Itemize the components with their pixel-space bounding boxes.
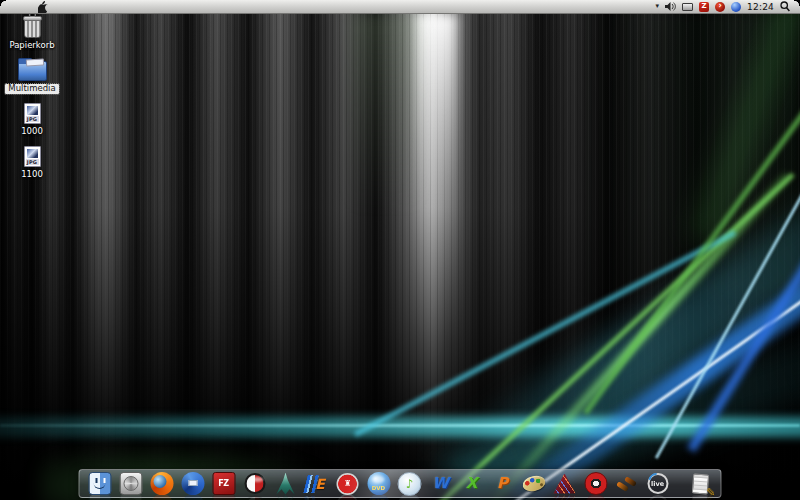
music-note-icon: ♪ <box>398 472 422 496</box>
dock-item-red-pyramid[interactable] <box>553 472 577 496</box>
desktop-wallpaper <box>0 13 800 500</box>
file-type-badge: JPG <box>26 159 39 165</box>
e-glyph: E <box>315 477 325 491</box>
desktop-icon-file-1100[interactable]: JPG 1100 <box>2 144 62 180</box>
paint-palette-icon <box>521 473 547 493</box>
desktop-icon-trash[interactable]: Papierkorb <box>2 14 62 51</box>
folder-icon <box>18 61 47 81</box>
dock-item-paint-palette[interactable] <box>522 472 546 496</box>
desktop-icon-label-selected: Multimedia <box>5 84 58 94</box>
volume-icon[interactable] <box>665 2 676 11</box>
live-glyph: live <box>649 481 666 488</box>
display-icon[interactable] <box>682 3 693 11</box>
desktop-screen: ▾ Z › 12:24 Papierkorb Multimedia JPG <box>0 0 800 500</box>
dock-item-sandals[interactable] <box>615 472 639 496</box>
red-pyramid-icon <box>554 474 576 494</box>
thunderbird-icon <box>181 472 204 495</box>
apple-logo-icon <box>38 1 48 13</box>
menu-bar: ▾ Z › 12:24 <box>0 0 800 14</box>
dock-item-music-player[interactable]: ♪ <box>398 472 422 496</box>
firefox-icon <box>150 472 173 495</box>
aurora-streak <box>0 424 800 427</box>
dock-item-firefox[interactable] <box>150 472 174 496</box>
desktop-icon-label: 1100 <box>21 170 43 180</box>
menu-bar-clock[interactable]: 12:24 <box>747 2 774 12</box>
dock-item-red-white-sphere[interactable] <box>243 472 267 496</box>
dock-item-word[interactable]: W <box>429 472 453 496</box>
e-logo-icon: E <box>305 473 329 495</box>
red-roundel-icon <box>584 472 607 495</box>
filezilla-icon: FZ <box>212 472 235 495</box>
jpeg-file-icon: JPG <box>24 103 41 124</box>
apple-menu-button[interactable] <box>38 1 48 13</box>
blue-sphere-icon[interactable] <box>731 2 741 12</box>
dock-item-red-castle[interactable]: ♜ <box>336 472 360 496</box>
desktop-icon-label: 1000 <box>21 127 43 137</box>
red-castle-badge-icon: ♜ <box>337 473 359 495</box>
gear-icon <box>119 472 142 495</box>
dock-item-excel[interactable]: X <box>460 472 484 496</box>
dock-item-text-editor[interactable]: ✎ <box>689 472 713 496</box>
dock-item-red-roundel[interactable] <box>584 472 608 496</box>
spotlight-search-icon[interactable] <box>780 1 790 12</box>
finder-icon <box>88 472 111 495</box>
dropdown-arrow-icon[interactable]: ▾ <box>656 3 660 10</box>
sandals-icon <box>615 473 639 495</box>
live-ring-icon: live <box>647 473 668 494</box>
dock-item-dvd-player[interactable]: DVD <box>367 472 391 496</box>
dvd-glyph: DVD <box>367 486 390 492</box>
file-type-badge: JPG <box>26 116 39 122</box>
red-z-badge-icon[interactable]: Z <box>699 2 709 12</box>
powerpoint-icon: P <box>497 476 508 491</box>
dock-item-green-tower[interactable] <box>274 472 298 496</box>
red-arrow-badge-icon[interactable]: › <box>715 2 725 12</box>
green-tower-icon <box>276 473 296 495</box>
dock: FZ E ♜ DVD ♪ W X P live ✎ <box>79 469 722 498</box>
dock-item-filezilla[interactable]: FZ <box>212 472 236 496</box>
dock-item-finder[interactable] <box>88 472 112 496</box>
aurora-streak <box>0 417 800 437</box>
dock-item-file-manager[interactable] <box>119 472 143 496</box>
desktop-icon-file-1000[interactable]: JPG 1000 <box>2 101 62 137</box>
system-tray: ▾ Z › 12:24 <box>656 1 800 12</box>
red-white-sphere-icon <box>244 473 265 494</box>
dock-item-e-logo[interactable]: E <box>305 472 329 496</box>
screen-corner <box>0 0 6 6</box>
word-icon: W <box>432 476 449 491</box>
trash-icon <box>24 19 41 38</box>
dock-item-powerpoint[interactable]: P <box>491 472 515 496</box>
dock-item-thunderbird[interactable] <box>181 472 205 496</box>
pencil-icon: ✎ <box>706 487 715 498</box>
desktop-icon-multimedia-folder[interactable]: Multimedia <box>2 57 62 94</box>
jpeg-file-icon: JPG <box>24 146 41 167</box>
screen-corner <box>794 0 800 6</box>
excel-icon: X <box>466 476 478 491</box>
desktop-icon-label: Papierkorb <box>9 41 54 51</box>
dock-item-live[interactable]: live <box>646 472 670 496</box>
dvd-player-icon: DVD <box>367 472 390 495</box>
